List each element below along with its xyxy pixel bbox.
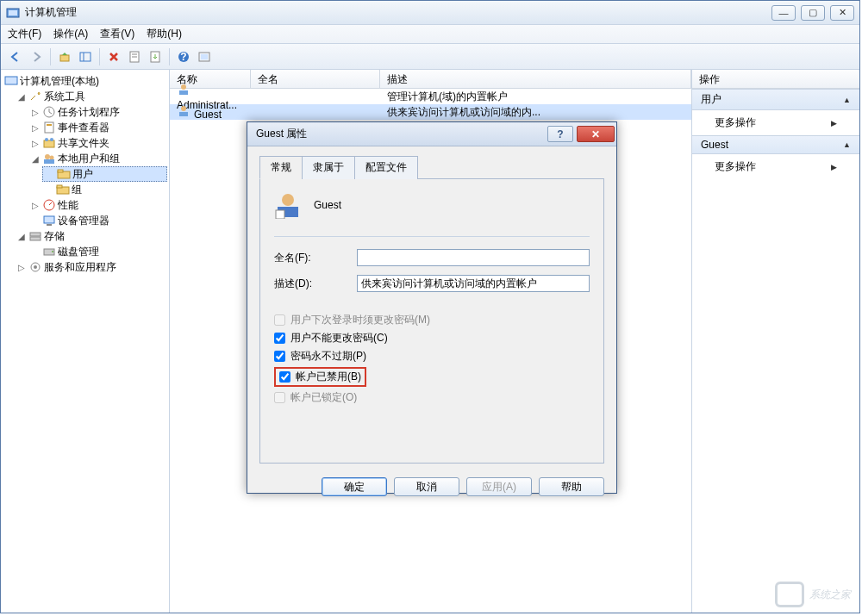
- row-desc: 管理计算机(域)的内置帐户: [380, 90, 691, 104]
- tree-services[interactable]: 服务和应用程序: [44, 260, 116, 275]
- row-desc: 供来宾访问计算机或访问域的内...: [380, 105, 691, 120]
- window-buttons: — ▢ ✕: [771, 5, 854, 21]
- tab-memberof[interactable]: 隶属于: [302, 156, 355, 179]
- tab-profile[interactable]: 配置文件: [354, 156, 418, 179]
- menu-view[interactable]: 查看(V): [100, 27, 134, 41]
- svg-point-18: [45, 138, 48, 141]
- dialog-body: 常规 隶属于 配置文件 Guest 全名(F): 描述(D):: [247, 146, 616, 470]
- user-header: Guest: [274, 191, 590, 219]
- chevron-right-icon: ▶: [831, 163, 837, 171]
- action-more-guest[interactable]: 更多操作▶: [692, 154, 859, 179]
- checkbox-disabled[interactable]: [279, 371, 290, 383]
- nav-tree[interactable]: 计算机管理(本地) ◢系统工具 ▷任务计划程序 ▷事件查看器 ▷共享文件夹 ◢本…: [3, 73, 167, 275]
- action-header: 操作: [692, 70, 859, 89]
- checkbox-never-expire[interactable]: [274, 351, 285, 362]
- toolbar: ?: [1, 44, 859, 70]
- svg-point-36: [181, 84, 186, 90]
- check-disabled[interactable]: 帐户已禁用(B): [279, 370, 361, 384]
- expand-icon[interactable]: ▷: [30, 139, 41, 148]
- up-button[interactable]: [55, 47, 74, 66]
- forward-button[interactable]: [27, 47, 46, 66]
- action-group-guest[interactable]: Guest▲: [692, 135, 859, 154]
- check-cannot-change[interactable]: 用户不能更改密码(C): [274, 331, 590, 345]
- dialog-help-button[interactable]: ?: [547, 126, 573, 142]
- folder-icon: [56, 183, 70, 196]
- export-button[interactable]: [146, 47, 165, 66]
- tree-system-tools[interactable]: 系统工具: [44, 90, 85, 104]
- svg-point-35: [34, 265, 37, 269]
- maximize-button[interactable]: ▢: [801, 5, 825, 21]
- close-button[interactable]: ✕: [830, 5, 854, 21]
- properties-dialog: Guest 属性 ? ✕ 常规 隶属于 配置文件 Guest 全名(F):: [247, 121, 617, 494]
- collapse-icon[interactable]: ◢: [30, 154, 41, 164]
- tree-event-viewer[interactable]: 事件查看器: [58, 121, 109, 135]
- svg-rect-26: [57, 185, 62, 188]
- toolbar-separator: [169, 48, 170, 65]
- tree-local-users[interactable]: 本地用户和组: [58, 152, 120, 166]
- expand-icon[interactable]: ▷: [30, 123, 41, 133]
- expand-icon[interactable]: ▷: [30, 201, 41, 210]
- svg-rect-24: [58, 170, 63, 172]
- tree-disk-management[interactable]: 磁盘管理: [58, 245, 99, 259]
- tree-shared-folders[interactable]: 共享文件夹: [58, 136, 109, 151]
- device-icon: [42, 214, 56, 227]
- checkbox-cannot-change[interactable]: [274, 333, 285, 344]
- svg-rect-16: [47, 124, 52, 126]
- svg-rect-17: [44, 140, 54, 147]
- collapse-icon[interactable]: ◢: [16, 232, 27, 241]
- collapse-icon[interactable]: ◢: [16, 92, 27, 102]
- list-row[interactable]: Guest 供来宾访问计算机或访问域的内...: [170, 104, 691, 120]
- collapse-icon: ▲: [843, 96, 851, 104]
- svg-text:?: ?: [180, 51, 186, 63]
- expand-icon[interactable]: ▷: [16, 263, 27, 272]
- tree-task-scheduler[interactable]: 任务计划程序: [58, 105, 120, 120]
- event-icon: [42, 121, 56, 134]
- col-fullname[interactable]: 全名: [251, 70, 380, 88]
- help-button[interactable]: ?: [174, 47, 193, 66]
- tree-users[interactable]: 用户: [72, 167, 93, 182]
- delete-button[interactable]: [104, 47, 123, 66]
- help-button[interactable]: 帮助: [539, 477, 604, 496]
- tree-device-manager[interactable]: 设备管理器: [58, 214, 109, 228]
- svg-rect-1: [9, 10, 17, 16]
- svg-rect-30: [30, 233, 41, 236]
- refresh-button[interactable]: [195, 47, 214, 66]
- tree-storage[interactable]: 存储: [44, 229, 65, 244]
- tree-groups[interactable]: 组: [72, 183, 82, 197]
- menu-file[interactable]: 文件(F): [8, 27, 41, 41]
- window-title: 计算机管理: [25, 5, 771, 20]
- row-name: Guest: [194, 109, 222, 121]
- properties-button[interactable]: [125, 47, 144, 66]
- action-group-users[interactable]: 用户▲: [692, 89, 859, 110]
- titlebar: 计算机管理 — ▢ ✕: [1, 1, 859, 25]
- dialog-close-button[interactable]: ✕: [577, 126, 615, 142]
- tree-root[interactable]: 计算机管理(本地): [20, 74, 99, 89]
- action-more-users[interactable]: 更多操作▶: [692, 110, 859, 135]
- tab-general[interactable]: 常规: [259, 156, 303, 179]
- tools-icon: [28, 90, 42, 103]
- fullname-input[interactable]: [357, 249, 590, 266]
- menu-action[interactable]: 操作(A): [53, 27, 88, 41]
- show-hide-tree-button[interactable]: [76, 47, 95, 66]
- ok-button[interactable]: 确定: [322, 477, 387, 496]
- list-row[interactable]: Administrat... 管理计算机(域)的内置帐户: [170, 89, 691, 104]
- checkbox-must-change: [274, 314, 285, 326]
- svg-point-38: [181, 106, 186, 111]
- minimize-button[interactable]: —: [771, 5, 796, 21]
- description-input[interactable]: [357, 275, 590, 292]
- apply-button[interactable]: 应用(A): [466, 477, 532, 496]
- back-button[interactable]: [6, 47, 25, 66]
- check-never-expire[interactable]: 密码永不过期(P): [274, 349, 590, 364]
- description-label: 描述(D):: [274, 277, 348, 291]
- cancel-button[interactable]: 取消: [394, 477, 459, 496]
- menu-help[interactable]: 帮助(H): [147, 27, 182, 41]
- svg-rect-39: [179, 112, 188, 116]
- storage-icon: [28, 229, 42, 243]
- tree-performance[interactable]: 性能: [58, 198, 78, 213]
- toolbar-separator: [99, 48, 100, 65]
- users-icon: [42, 152, 56, 165]
- col-desc[interactable]: 描述: [380, 70, 691, 88]
- fullname-row: 全名(F):: [274, 249, 590, 266]
- expand-icon[interactable]: ▷: [30, 108, 41, 117]
- svg-rect-12: [201, 54, 208, 59]
